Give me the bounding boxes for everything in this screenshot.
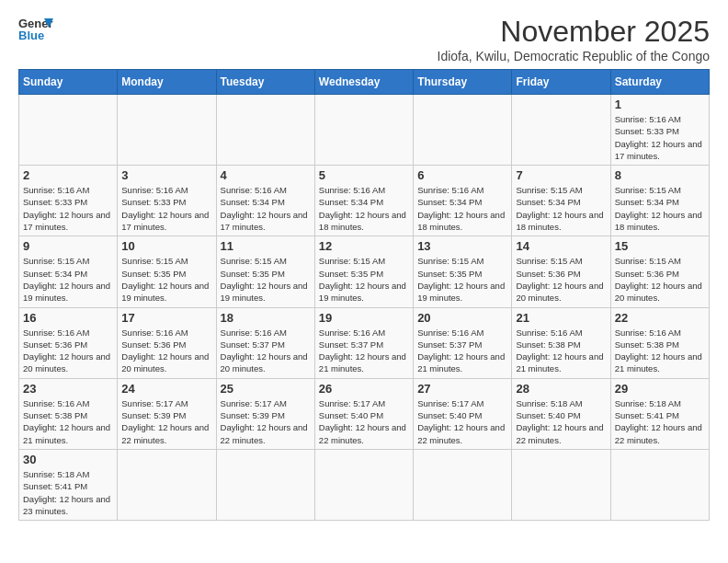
calendar-day-cell: 5Sunrise: 5:16 AM Sunset: 5:34 PM Daylig…	[314, 166, 413, 236]
day-number: 7	[516, 168, 606, 182]
day-number: 11	[221, 239, 311, 253]
calendar-day-cell	[314, 95, 413, 166]
calendar-day-cell: 12Sunrise: 5:15 AM Sunset: 5:35 PM Dayli…	[314, 236, 413, 307]
calendar-week-row: 23Sunrise: 5:16 AM Sunset: 5:38 PM Dayli…	[19, 378, 710, 449]
calendar-day-cell: 16Sunrise: 5:16 AM Sunset: 5:36 PM Dayli…	[19, 307, 118, 378]
day-info: Sunrise: 5:15 AM Sunset: 5:35 PM Dayligh…	[319, 255, 409, 304]
day-info: Sunrise: 5:18 AM Sunset: 5:41 PM Dayligh…	[615, 397, 705, 446]
day-number: 24	[121, 382, 211, 396]
calendar-week-row: 1Sunrise: 5:16 AM Sunset: 5:33 PM Daylig…	[19, 95, 710, 166]
day-info: Sunrise: 5:16 AM Sunset: 5:36 PM Dayligh…	[23, 327, 113, 375]
header: General Blue November 2025 Idiofa, Kwilu…	[18, 15, 710, 63]
calendar-day-cell: 4Sunrise: 5:16 AM Sunset: 5:34 PM Daylig…	[216, 166, 314, 236]
calendar-day-cell: 23Sunrise: 5:16 AM Sunset: 5:38 PM Dayli…	[19, 378, 118, 449]
general-blue-logo-icon: General Blue	[18, 15, 53, 42]
month-title: November 2025	[438, 15, 710, 49]
day-number: 25	[221, 382, 311, 396]
day-number: 23	[23, 382, 113, 396]
day-number: 19	[319, 311, 409, 325]
calendar-day-cell: 18Sunrise: 5:16 AM Sunset: 5:37 PM Dayli…	[216, 307, 314, 378]
day-info: Sunrise: 5:15 AM Sunset: 5:36 PM Dayligh…	[615, 255, 705, 304]
calendar-week-row: 16Sunrise: 5:16 AM Sunset: 5:36 PM Dayli…	[19, 307, 710, 378]
calendar-week-row: 2Sunrise: 5:16 AM Sunset: 5:33 PM Daylig…	[19, 166, 710, 236]
day-number: 22	[615, 311, 705, 325]
day-of-week-header: Sunday	[19, 70, 118, 95]
day-info: Sunrise: 5:17 AM Sunset: 5:39 PM Dayligh…	[121, 397, 211, 446]
calendar-day-cell: 11Sunrise: 5:15 AM Sunset: 5:35 PM Dayli…	[216, 236, 314, 307]
day-info: Sunrise: 5:18 AM Sunset: 5:40 PM Dayligh…	[516, 397, 606, 446]
day-of-week-header: Friday	[512, 70, 610, 95]
day-info: Sunrise: 5:16 AM Sunset: 5:34 PM Dayligh…	[221, 184, 311, 233]
day-info: Sunrise: 5:18 AM Sunset: 5:41 PM Dayligh…	[23, 468, 113, 517]
day-of-week-header: Wednesday	[314, 70, 413, 95]
day-number: 27	[417, 382, 507, 396]
calendar-week-row: 9Sunrise: 5:15 AM Sunset: 5:34 PM Daylig…	[19, 236, 710, 307]
calendar-table: SundayMondayTuesdayWednesdayThursdayFrid…	[18, 69, 710, 521]
day-number: 14	[516, 239, 606, 253]
day-info: Sunrise: 5:17 AM Sunset: 5:40 PM Dayligh…	[319, 397, 409, 446]
calendar-day-cell: 3Sunrise: 5:16 AM Sunset: 5:33 PM Daylig…	[118, 166, 216, 236]
day-info: Sunrise: 5:15 AM Sunset: 5:34 PM Dayligh…	[23, 255, 113, 304]
day-number: 12	[319, 239, 409, 253]
calendar-day-cell	[118, 449, 216, 520]
calendar-day-cell	[610, 449, 709, 520]
calendar-day-cell: 26Sunrise: 5:17 AM Sunset: 5:40 PM Dayli…	[314, 378, 413, 449]
calendar-day-cell	[512, 95, 610, 166]
day-number: 17	[121, 311, 211, 325]
day-number: 29	[615, 382, 705, 396]
day-info: Sunrise: 5:16 AM Sunset: 5:33 PM Dayligh…	[615, 113, 705, 162]
day-info: Sunrise: 5:16 AM Sunset: 5:37 PM Dayligh…	[417, 327, 507, 375]
day-number: 6	[417, 168, 507, 182]
calendar-day-cell	[118, 95, 216, 166]
calendar-day-cell	[314, 449, 413, 520]
day-number: 26	[319, 382, 409, 396]
day-info: Sunrise: 5:16 AM Sunset: 5:38 PM Dayligh…	[23, 397, 113, 446]
calendar-day-cell: 24Sunrise: 5:17 AM Sunset: 5:39 PM Dayli…	[118, 378, 216, 449]
day-info: Sunrise: 5:16 AM Sunset: 5:37 PM Dayligh…	[319, 327, 409, 375]
calendar-day-cell: 13Sunrise: 5:15 AM Sunset: 5:35 PM Dayli…	[414, 236, 512, 307]
day-number: 2	[23, 168, 113, 182]
day-number: 13	[417, 239, 507, 253]
calendar-day-cell: 27Sunrise: 5:17 AM Sunset: 5:40 PM Dayli…	[414, 378, 512, 449]
calendar-day-cell: 10Sunrise: 5:15 AM Sunset: 5:35 PM Dayli…	[118, 236, 216, 307]
calendar-day-cell	[19, 95, 118, 166]
day-number: 8	[615, 168, 705, 182]
day-info: Sunrise: 5:16 AM Sunset: 5:38 PM Dayligh…	[516, 327, 606, 375]
calendar-day-cell: 6Sunrise: 5:16 AM Sunset: 5:34 PM Daylig…	[414, 166, 512, 236]
day-info: Sunrise: 5:16 AM Sunset: 5:34 PM Dayligh…	[319, 184, 409, 233]
day-number: 3	[121, 168, 211, 182]
day-number: 30	[23, 453, 113, 466]
calendar-day-cell	[216, 449, 314, 520]
day-info: Sunrise: 5:16 AM Sunset: 5:36 PM Dayligh…	[121, 327, 211, 375]
calendar-day-cell: 9Sunrise: 5:15 AM Sunset: 5:34 PM Daylig…	[19, 236, 118, 307]
calendar-day-cell: 25Sunrise: 5:17 AM Sunset: 5:39 PM Dayli…	[216, 378, 314, 449]
day-number: 10	[121, 239, 211, 253]
calendar-day-cell	[414, 449, 512, 520]
day-number: 28	[516, 382, 606, 396]
svg-text:Blue: Blue	[18, 29, 44, 42]
calendar-header-row: SundayMondayTuesdayWednesdayThursdayFrid…	[19, 70, 710, 95]
day-number: 9	[23, 239, 113, 253]
calendar-day-cell	[414, 95, 512, 166]
calendar-day-cell: 22Sunrise: 5:16 AM Sunset: 5:38 PM Dayli…	[610, 307, 709, 378]
day-number: 15	[615, 239, 705, 253]
calendar-day-cell	[216, 95, 314, 166]
day-info: Sunrise: 5:16 AM Sunset: 5:34 PM Dayligh…	[417, 184, 507, 233]
calendar-day-cell: 1Sunrise: 5:16 AM Sunset: 5:33 PM Daylig…	[610, 95, 709, 166]
day-number: 1	[615, 98, 705, 111]
day-info: Sunrise: 5:17 AM Sunset: 5:40 PM Dayligh…	[417, 397, 507, 446]
calendar-day-cell: 17Sunrise: 5:16 AM Sunset: 5:36 PM Dayli…	[118, 307, 216, 378]
day-number: 4	[221, 168, 311, 182]
day-info: Sunrise: 5:16 AM Sunset: 5:38 PM Dayligh…	[615, 327, 705, 375]
title-block: November 2025 Idiofa, Kwilu, Democratic …	[438, 15, 710, 63]
day-info: Sunrise: 5:16 AM Sunset: 5:33 PM Dayligh…	[121, 184, 211, 233]
day-number: 16	[23, 311, 113, 325]
logo: General Blue	[18, 15, 53, 42]
calendar-day-cell: 21Sunrise: 5:16 AM Sunset: 5:38 PM Dayli…	[512, 307, 610, 378]
day-info: Sunrise: 5:15 AM Sunset: 5:35 PM Dayligh…	[221, 255, 311, 304]
day-info: Sunrise: 5:15 AM Sunset: 5:34 PM Dayligh…	[615, 184, 705, 233]
calendar-day-cell: 2Sunrise: 5:16 AM Sunset: 5:33 PM Daylig…	[19, 166, 118, 236]
calendar-day-cell: 29Sunrise: 5:18 AM Sunset: 5:41 PM Dayli…	[610, 378, 709, 449]
day-number: 21	[516, 311, 606, 325]
day-info: Sunrise: 5:17 AM Sunset: 5:39 PM Dayligh…	[221, 397, 311, 446]
